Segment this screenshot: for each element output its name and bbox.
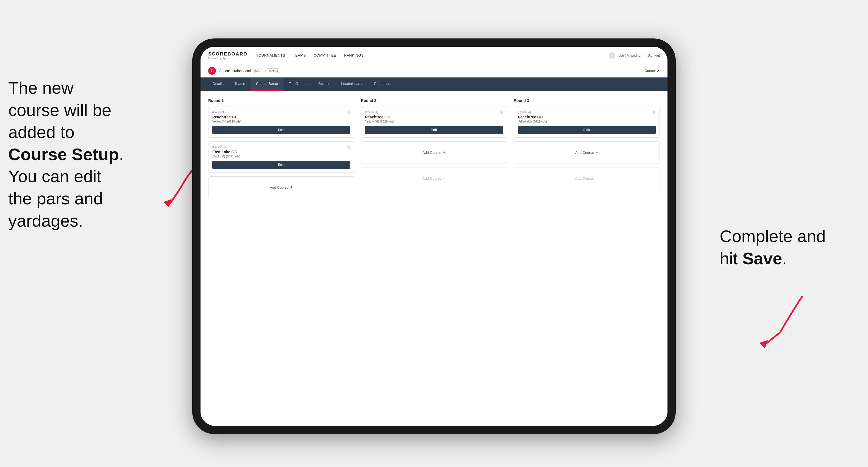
hosting-badge: Hosting [265, 68, 280, 73]
round1-add-course-plus-icon: + [290, 185, 293, 190]
round2-course-a-tee: Yellow (M) (6629 yds) [365, 120, 503, 123]
annotation-right: Complete and hit Save. [720, 225, 851, 270]
round2-course-a-delete-button[interactable]: 🗑 [499, 110, 504, 115]
nav-links: TOURNAMENTS TEAMS COMMITTEE RANKINGS [256, 53, 609, 57]
annotation-right-line2-prefix: hit [720, 249, 742, 268]
arrow-right-icon [742, 291, 813, 352]
logo-scoreboard: SCOREBOARD [208, 51, 247, 57]
round-3-header: Round 3 [514, 98, 660, 103]
sub-header: C Clippd Invitational (Men) Hosting Canc… [200, 64, 668, 77]
round3-course-a-delete-button[interactable]: 🗑 [651, 110, 657, 115]
annotation-line7: yardages. [8, 211, 83, 230]
nav-link-committee[interactable]: COMMITTEE [314, 53, 337, 57]
round2-add-course-plus-icon: + [443, 150, 445, 155]
round2-add-course-disabled-plus-icon: + [443, 176, 445, 181]
round1-course-b-label: (Course B) [212, 146, 350, 149]
round1-add-course-label: Add Course [270, 185, 289, 190]
tab-course-setup[interactable]: Course Setup [250, 77, 283, 91]
round1-course-a-label: (Course A) [212, 111, 350, 114]
tab-printables[interactable]: Printables [369, 77, 396, 91]
round-1-column: Round 1 🗑 (Course A) Peachtree GC Yellow… [208, 98, 354, 202]
cancel-button[interactable]: Cancel ✕ [645, 69, 660, 73]
svg-marker-1 [760, 340, 768, 348]
annotation-right-line2-bold: Save [742, 249, 782, 268]
round3-add-course-plus-icon: + [596, 150, 598, 155]
top-nav-right: blair@clippd.io | Sign out [609, 52, 660, 59]
round2-add-course-disabled-label: Add Course [423, 176, 441, 181]
round2-course-a-label: (Course A) [365, 111, 503, 114]
round1-course-b-edit-button[interactable]: Edit [212, 161, 350, 169]
logo-area: SCOREBOARD Powered by clippd [208, 51, 247, 60]
round2-add-course-button[interactable]: Add Course + [361, 142, 507, 163]
tabs-bar: Details Teams Course Setup Tee Groups Re… [200, 77, 668, 91]
round-1-header: Round 1 [208, 98, 354, 103]
round1-course-a-actions: 🗑 [346, 110, 351, 115]
round3-add-course-label: Add Course [575, 151, 594, 155]
tab-teams[interactable]: Teams [229, 77, 250, 91]
sign-out-link[interactable]: Sign out [648, 54, 660, 57]
nav-link-rankings[interactable]: RANKINGS [344, 53, 364, 57]
tablet-frame: SCOREBOARD Powered by clippd TOURNAMENTS… [192, 38, 676, 434]
tournament-gender: (Men) [254, 69, 262, 73]
tablet-screen: SCOREBOARD Powered by clippd TOURNAMENTS… [200, 47, 668, 426]
round3-add-course-button[interactable]: Add Course + [514, 142, 660, 163]
round3-course-a-label: (Course A) [518, 111, 656, 114]
round1-course-b-tee: Black (M) (6891 yds) [212, 155, 350, 158]
round2-add-course-label: Add Course [423, 151, 441, 155]
round3-course-a-actions: 🗑 [651, 110, 657, 115]
annotation-right-line2-suffix: . [782, 249, 787, 268]
round2-course-a-actions: 🗑 [499, 110, 504, 115]
annotation-line2: course will be [8, 100, 112, 120]
round-3-column: Round 3 🗑 (Course A) Peachtree GC Yellow… [514, 98, 660, 202]
annotation-line5: You can edit [8, 167, 101, 186]
tab-tee-groups[interactable]: Tee Groups [283, 77, 313, 91]
rounds-container: Round 1 🗑 (Course A) Peachtree GC Yellow… [208, 98, 660, 202]
tab-details[interactable]: Details [207, 77, 229, 91]
round1-course-b-name: East Lake GC [212, 150, 350, 154]
annotation-line4-suffix: . [119, 145, 124, 164]
nav-link-tournaments[interactable]: TOURNAMENTS [256, 53, 285, 57]
annotation-line6: the pars and [8, 189, 103, 208]
user-avatar [609, 52, 615, 59]
round1-course-a-name: Peachtree GC [212, 115, 350, 119]
round3-add-course-disabled-plus-icon: + [596, 176, 598, 181]
annotation-line1: The new [8, 78, 73, 97]
round3-add-course-disabled-label: Add Course [575, 176, 594, 181]
main-content: Round 1 🗑 (Course A) Peachtree GC Yellow… [200, 91, 668, 426]
round1-course-a-delete-button[interactable]: 🗑 [346, 110, 351, 115]
round1-add-course-button[interactable]: Add Course + [208, 176, 354, 198]
round1-course-b-card: 🗑 (Course B) East Lake GC Black (M) (689… [208, 142, 354, 173]
round2-course-a-edit-button[interactable]: Edit [365, 126, 503, 134]
round2-course-a-name: Peachtree GC [365, 115, 503, 119]
round1-course-b-delete-button[interactable]: 🗑 [346, 145, 351, 150]
logo-powered: Powered by clippd [208, 57, 247, 60]
annotation-right-line1: Complete and [720, 227, 826, 246]
round2-course-a-card: 🗑 (Course A) Peachtree GC Yellow (M) (66… [361, 106, 507, 137]
round3-add-course-disabled: Add Course + [514, 167, 660, 189]
nav-link-teams[interactable]: TEAMS [293, 53, 306, 57]
annotation-line4-bold: Course Setup [8, 145, 119, 164]
round1-course-a-edit-button[interactable]: Edit [212, 126, 350, 134]
tournament-logo-icon: C [208, 67, 216, 75]
round1-course-a-card: 🗑 (Course A) Peachtree GC Yellow (M) (66… [208, 106, 354, 137]
cancel-icon: ✕ [657, 69, 660, 73]
round1-course-b-actions: 🗑 [346, 145, 351, 150]
round2-add-course-disabled: Add Course + [361, 167, 507, 189]
annotation-line3: added to [8, 123, 74, 142]
round-2-header: Round 2 [361, 98, 507, 103]
round-2-column: Round 2 🗑 (Course A) Peachtree GC Yellow… [361, 98, 507, 202]
tournament-name: Clippd Invitational [219, 68, 251, 73]
round3-course-a-name: Peachtree GC [518, 115, 656, 119]
tab-leaderboards[interactable]: Leaderboards [336, 77, 369, 91]
tournament-info: C Clippd Invitational (Men) Hosting [208, 67, 280, 75]
tab-results[interactable]: Results [313, 77, 336, 91]
round3-course-a-card: 🗑 (Course A) Peachtree GC Yellow (M) (66… [514, 106, 660, 137]
round3-course-a-tee: Yellow (M) (6629 yds) [518, 120, 656, 123]
user-email: blair@clippd.io [619, 54, 640, 57]
top-nav: SCOREBOARD Powered by clippd TOURNAMENTS… [200, 47, 668, 64]
round1-course-a-tee: Yellow (M) (6629 yds) [212, 120, 350, 123]
nav-divider: | [644, 54, 644, 57]
round3-course-a-edit-button[interactable]: Edit [518, 126, 656, 134]
